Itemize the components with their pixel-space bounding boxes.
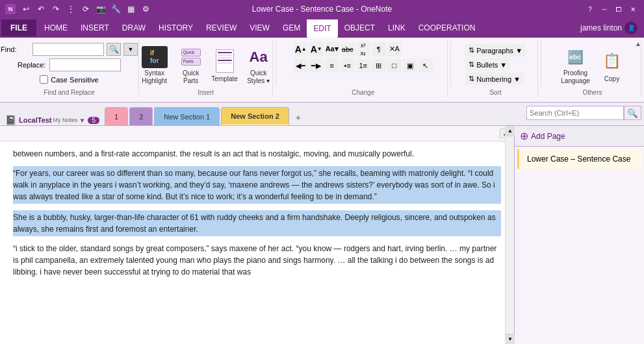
minimize-btn[interactable]: ─ [599, 4, 610, 14]
back-btn[interactable]: ↩ [19, 3, 32, 16]
tools-icon[interactable]: 🔧 [109, 3, 122, 16]
font-size-down-btn[interactable]: A▼ [309, 42, 324, 56]
right-scrollbar-track [506, 136, 514, 334]
add-page-btn[interactable]: ⊕ Add Page [520, 130, 565, 142]
menu-item-link[interactable]: LINK [381, 18, 412, 38]
menu-item-object[interactable]: OBJECT [338, 18, 381, 38]
ribbon-group-sort: ⇅ Paragraphs ▼ ⇅ Bullets ▼ ⇅ Numbering ▼… [454, 40, 538, 97]
menu-item-cooperation[interactable]: COOPERATION [412, 18, 482, 38]
undo-btn[interactable]: ↶ [34, 3, 47, 16]
change-controls: A▲ A▼ Aa▾ abc x² x₂ ¶ ✕A ◀━ ━▶ ≡ •≡ 1≡ ⊞… [294, 42, 433, 89]
select-btn[interactable]: ↖ [419, 58, 433, 73]
syntax-highlight-btn[interactable]: iffor SyntaxHighlight [136, 44, 173, 87]
notebook-dropdown-icon[interactable]: ▼ [79, 117, 86, 124]
case-sensitive-row: Case Sensitive [40, 75, 98, 84]
menu-item-draw[interactable]: DRAW [116, 18, 152, 38]
title-left: N ↩ ↶ ↷ ⋮ ⟳ 📷 🔧 ▦ ⚙ [5, 3, 152, 16]
tab-new-section-2[interactable]: New Section 2 [221, 107, 289, 125]
search-area: 🔍 [526, 106, 641, 120]
strikethrough-abc-btn[interactable]: abc [341, 42, 355, 56]
search-btn[interactable]: 🔍 [624, 106, 641, 120]
bullets-btn[interactable]: •≡ [341, 58, 355, 73]
settings-icon[interactable]: ⚙ [139, 3, 152, 16]
menu-item-file[interactable]: FILE [1, 19, 36, 36]
replace-input[interactable] [49, 58, 121, 71]
menu-item-home[interactable]: HOME [38, 18, 74, 38]
quick-styles-label: Quick Styles ▾ [244, 69, 274, 85]
layout-icon[interactable]: ▦ [124, 3, 137, 16]
section-tabs: 1 2 New Section 1 New Section 2 + [105, 107, 306, 125]
menu-item-gem[interactable]: GEM [276, 18, 307, 38]
search-input[interactable] [526, 106, 624, 120]
template-label: Template [211, 75, 238, 83]
title-bar: N ↩ ↶ ↷ ⋮ ⟳ 📷 🔧 ▦ ⚙ Lower Case - Sentenc… [0, 0, 644, 18]
right-v-scrollbar[interactable]: ▲ ▼ [505, 126, 514, 344]
sort-controls: ⇅ Paragraphs ▼ ⇅ Bullets ▼ ⇅ Numbering ▼ [465, 42, 526, 89]
user-avatar: 👤 [625, 21, 638, 34]
tab-1[interactable]: 1 [105, 107, 128, 125]
screenshot-icon[interactable]: 📷 [94, 3, 107, 16]
shading-btn[interactable]: ▣ [403, 58, 417, 73]
pages-list: Lower Case – Sentence Case [515, 147, 644, 171]
change-case-btn[interactable]: Aa▾ [325, 42, 339, 56]
menu-item-view[interactable]: VIEW [243, 18, 276, 38]
quick-parts-btn[interactable]: Quick Parts QuickParts [174, 44, 208, 87]
ribbon-collapse-btn[interactable]: ▲ [635, 40, 641, 47]
sort-bullets-btn[interactable]: ⇅ Bullets ▼ [465, 58, 510, 71]
template-btn[interactable]: Template [209, 44, 240, 87]
menu-item-history[interactable]: HISTORY [152, 18, 200, 38]
subscript-btn[interactable]: x₂ [356, 49, 370, 56]
menu-item-edit[interactable]: EDIT [307, 18, 337, 38]
border-btn[interactable]: □ [387, 58, 402, 73]
sort-bullets-label: Bullets ▼ [476, 61, 507, 69]
syntax-highlight-label: SyntaxHighlight [142, 69, 167, 85]
notebook-name[interactable]: LocalTest [19, 116, 52, 124]
redo-btn[interactable]: ↷ [49, 3, 62, 16]
add-page-label: Add Page [531, 132, 565, 141]
close-btn[interactable]: ✕ [627, 4, 639, 14]
copy-icon: 📋 [600, 48, 624, 74]
tab-add-btn[interactable]: + [290, 110, 306, 125]
numbering-btn[interactable]: 1≡ [356, 58, 370, 73]
ribbon-group-change: A▲ A▼ Aa▾ abc x² x₂ ¶ ✕A ◀━ ━▶ ≡ •≡ 1≡ ⊞… [279, 40, 448, 97]
paragraph-mark-btn[interactable]: ¶ [372, 42, 386, 56]
sort-numbering-btn[interactable]: ⇅ Numbering ▼ [465, 73, 524, 85]
indent-right-btn[interactable]: ━▶ [309, 58, 324, 73]
copy-paste-btn[interactable]: 📋 Copy [597, 44, 628, 87]
superscript-btn[interactable]: x² [356, 42, 370, 49]
right-panel: ⊕ Add Page Lower Case – Sentence Case ▲ … [514, 126, 644, 344]
quick-parts-icon: Quick Parts [179, 46, 203, 68]
user-account[interactable]: james linton 👤 [574, 18, 644, 38]
page-item[interactable]: Lower Case – Sentence Case [517, 149, 641, 169]
proofing-language-icon: 🔤 [563, 46, 589, 68]
right-scrollbar-up-btn[interactable]: ▲ [506, 126, 515, 136]
quick-styles-btn[interactable]: Aa Quick Styles ▾ [242, 44, 276, 87]
menu-item-review[interactable]: REVIEW [200, 18, 243, 38]
find-input[interactable] [32, 43, 104, 56]
case-sensitive-checkbox[interactable] [40, 75, 48, 84]
doc-content: between numbers, and a first-rate accomp… [0, 141, 514, 344]
doc-paragraph-3: She is a bubbly, husky, larger-than-life… [13, 210, 501, 236]
help-btn[interactable]: ? [584, 4, 596, 14]
sort-bullets-icon: ⇅ [469, 60, 474, 69]
menu-item-insert[interactable]: INSERT [74, 18, 116, 38]
find-search-btn[interactable]: 🔍 [107, 43, 121, 56]
font-size-up-btn[interactable]: A▲ [294, 42, 308, 56]
align-left-btn[interactable]: ≡ [325, 58, 339, 73]
right-scrollbar-down-btn[interactable]: ▼ [506, 334, 515, 344]
menu-bar: FILE HOME INSERT DRAW HISTORY REVIEW VIE… [0, 18, 644, 38]
restore-btn[interactable]: ⧠ [613, 4, 625, 14]
customize-btn[interactable]: ⋮ [64, 3, 77, 16]
table-btn[interactable]: ⊞ [372, 58, 386, 73]
tab-section: 📓 LocalTest My Notes ▼ 5 1 2 New Section… [0, 103, 644, 126]
proofing-language-btn[interactable]: 🔤 ProofingLanguage [558, 44, 594, 87]
doc-paragraph-4: “i stick to the older, standard songs by… [13, 243, 501, 278]
indent-left-btn[interactable]: ◀━ [294, 58, 308, 73]
clear-format-btn[interactable]: ✕A [387, 42, 402, 56]
app-icon: N [5, 4, 16, 14]
sync-icon[interactable]: ⟳ [79, 3, 92, 16]
sort-paragraphs-btn[interactable]: ⇅ Paragraphs ▼ [465, 44, 526, 56]
tab-new-section-1[interactable]: New Section 1 [154, 107, 220, 125]
tab-2[interactable]: 2 [129, 107, 153, 125]
sort-paragraphs-icon: ⇅ [469, 46, 474, 55]
